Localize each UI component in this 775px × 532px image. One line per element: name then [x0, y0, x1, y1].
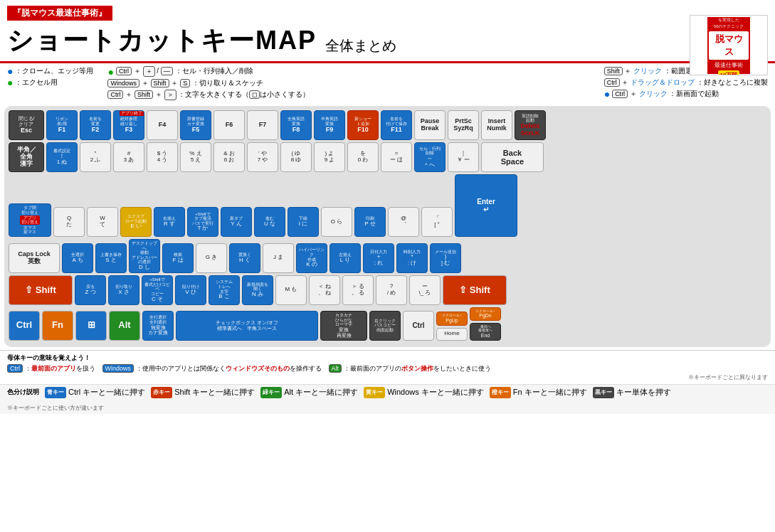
key-period[interactable]: ＞ る。 る	[342, 275, 374, 305]
key-shift-left[interactable]: ⇧ Shift	[9, 275, 73, 305]
key-i[interactable]: 下線 I に	[288, 207, 319, 237]
color-orange-badge: 橙キー Fn キーと一緒に押す	[490, 387, 587, 398]
key-comma[interactable]: ＜ ね、 ね	[309, 275, 340, 305]
key-k[interactable]: ハイパーリンク作成 K の	[296, 243, 327, 273]
key-f11[interactable]: 名前を付けて保存 F11	[381, 110, 412, 140]
key-0[interactable]: を0 わ	[347, 142, 379, 172]
key-zenkaku[interactable]: 半角／全角漢字	[9, 142, 44, 172]
key-f3[interactable]: 絶対参照繰り返し アプリ終了 F3	[113, 110, 144, 140]
key-4[interactable]: $ う4 う	[147, 142, 178, 172]
key-backspace[interactable]: BackSpace	[481, 142, 544, 172]
key-z[interactable]: 戻る Z つ	[75, 275, 106, 305]
key-5[interactable]: % え5 え	[180, 142, 211, 172]
key-y[interactable]: 新タブ Y ん	[221, 207, 252, 237]
row-qwerty: タブ閉切り替え アプリ切り替え 次マス前マス Qた Wて エクスプローラ起動 E…	[9, 174, 766, 237]
key-f6[interactable]: F6	[213, 110, 245, 140]
red-key-desc: Shift キーと一緒に押す	[174, 387, 255, 398]
key-f10[interactable]: 新ショート追加 F10	[347, 110, 379, 140]
key-enter[interactable]: Enter↵	[455, 174, 517, 237]
key-f9[interactable]: 半角英語変換 F9	[314, 110, 345, 140]
orange-key-label: 橙キー	[490, 387, 511, 398]
key-f8[interactable]: 全角英語変換 F8	[280, 110, 312, 140]
book-cover-image: 年間120時間の短縮を実現した50のテクニック 脱マウス 最速仕事術 10万部	[690, 15, 768, 75]
key-end[interactable]: 最前へ最後尾へEnd	[470, 323, 501, 341]
key-r[interactable]: 右揃え R す	[154, 207, 185, 237]
key-kana[interactable]: 右クリックバスコピー画面起動	[369, 311, 401, 341]
key-minus[interactable]: =ー ほ	[381, 142, 412, 172]
key-space[interactable]: チェックボックス オン/オフ 標準書式へ 半角スペース	[176, 311, 318, 341]
header-bar: 『脱マウス最速仕事術』	[7, 6, 112, 21]
key-b[interactable]: システムトレへ 太字 B こ	[209, 275, 240, 305]
key-a[interactable]: 全選択 A ち	[62, 243, 93, 273]
key-esc[interactable]: 閉じる/クリア Esc	[9, 110, 44, 140]
key-muhenkan[interactable]: 全行選択全列選択 無変換カナ変換	[142, 311, 174, 341]
key-ctrl-left[interactable]: Ctrl	[9, 311, 40, 341]
key-yen[interactable]: ｜￥ ー	[448, 142, 479, 172]
key-g[interactable]: G き	[196, 243, 227, 273]
key-semicolon[interactable]: 日付入力 ＋; れ	[363, 243, 394, 273]
key-ctrl-right[interactable]: Ctrl	[403, 311, 434, 341]
key-7[interactable]: ' や7 や	[247, 142, 278, 172]
key-at[interactable]: @゛	[388, 207, 419, 237]
key-f7[interactable]: F7	[247, 110, 278, 140]
key-p[interactable]: 印刷 P せ	[354, 207, 386, 237]
key-u[interactable]: 進む U な	[254, 207, 285, 237]
key-x[interactable]: 切り取り X さ	[108, 275, 139, 305]
key-insert[interactable]: InsertNumIk	[481, 110, 512, 140]
key-l[interactable]: 左揃え L り	[329, 243, 361, 273]
key-win[interactable]: ⊞	[75, 311, 107, 341]
key-f4[interactable]: F4	[147, 110, 178, 140]
key-j[interactable]: J ま	[263, 243, 294, 273]
key-caret[interactable]: セル・行列削除 ～^ へ	[414, 142, 446, 172]
key-d[interactable]: デスクトップへ移動アドレスバーの選択 D し	[129, 239, 160, 273]
key-pgdn[interactable]: スクロール↓PgDn	[470, 307, 501, 321]
key-9[interactable]: ) よ9 よ	[314, 142, 345, 172]
key-n[interactable]: 新規画面を開く N み	[242, 275, 273, 305]
key-m[interactable]: M も	[275, 275, 307, 305]
key-t[interactable]: +Shiftでタブ復活 バスで実行 T か	[187, 207, 218, 237]
key-h[interactable]: 置換く H く	[229, 243, 260, 273]
key-alt-left[interactable]: Alt	[109, 311, 140, 341]
key-q[interactable]: Qた	[53, 207, 85, 237]
key-f2[interactable]: 名前を変更 F2	[80, 110, 111, 140]
key-8[interactable]: ( ゆ8 ゆ	[280, 142, 312, 172]
key-f5[interactable]: 辞書登録カナ変換 F5	[180, 110, 211, 140]
key-capslock[interactable]: Caps Lock英数	[9, 243, 60, 273]
key-o[interactable]: O ら	[321, 207, 352, 237]
key-e[interactable]: エクスプローラ起動 E い	[120, 207, 152, 237]
key-prtsc[interactable]: PrtScSyzRq	[448, 110, 479, 140]
color-legend-title: 色分け説明	[7, 388, 39, 397]
key-1[interactable]: 書式設定 ！1 ぬ	[46, 142, 78, 172]
legend-item2: Windows ＋ Shift ＋ S ：切り取り＆スケッチ	[107, 78, 263, 88]
keyboard: 閉じる/クリア Esc リボン表/用 F1 名前を変更 F2 絶対参照繰り返し …	[4, 106, 771, 347]
key-3[interactable]: #3 あ	[113, 142, 144, 172]
footer-note: ※キーボードごとに異なります	[7, 373, 768, 381]
key-c[interactable]: +Shiftで書式だけコピペ コピー C そ	[142, 275, 173, 305]
green-key-label: 緑キー	[260, 387, 282, 398]
key-v[interactable]: 貼り付け V ひ	[175, 275, 206, 305]
key-bracketr[interactable]: メール送信 }] む	[430, 243, 461, 273]
key-underscore[interactable]: ー\_ ろ	[409, 275, 441, 305]
key-delete[interactable]: 英語削除起動 DeleteScrLK	[515, 110, 546, 140]
key-bracketl[interactable]: 「[ °	[421, 207, 453, 237]
key-2[interactable]: "2 ふ	[80, 142, 111, 172]
key-legend-footer: 母体キーの意味を覚えよう！ Ctrl ：最前面のアプリを扱う Windows ：…	[0, 350, 775, 384]
key-colon[interactable]: 時刻入力 *: け	[396, 243, 428, 273]
legend-dot-green: ●	[7, 78, 13, 87]
key-henkan[interactable]: カタカナひらがなローマ字 変換再変換	[320, 311, 367, 341]
legend-section: ● ：クローム、エッジ等用 ● ：エクセル用 ● Ctrl ＋ ＋ / — ：セ…	[0, 63, 775, 103]
key-pgup[interactable]: スクロール↑PgUp	[436, 312, 468, 325]
sub-title: 全体まとめ	[325, 36, 396, 55]
key-w[interactable]: Wて	[87, 207, 118, 237]
key-fn[interactable]: Fn	[42, 311, 73, 341]
key-slash[interactable]: ？/ め	[376, 275, 407, 305]
key-f1[interactable]: リボン表/用 F1	[46, 110, 78, 140]
key-pause[interactable]: PauseBreak	[414, 110, 446, 140]
legend-text-2: ：エクセル用	[15, 78, 58, 87]
key-shift-right[interactable]: ⇧ Shift	[443, 275, 507, 305]
key-home[interactable]: Home	[436, 328, 468, 341]
key-6[interactable]: & お6 お	[213, 142, 245, 172]
key-f[interactable]: 検索 F は	[162, 243, 194, 273]
key-tab[interactable]: タブ閉切り替え アプリ切り替え 次マス前マス	[9, 203, 51, 237]
key-s[interactable]: 上書き保存 S と	[95, 243, 127, 273]
